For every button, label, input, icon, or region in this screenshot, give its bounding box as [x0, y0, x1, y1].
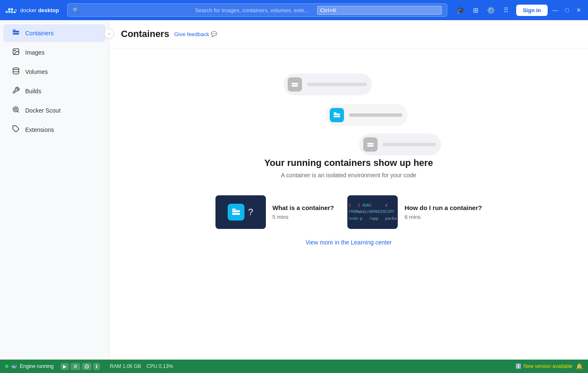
maximize-button[interactable]: □	[563, 7, 571, 13]
new-version-notice[interactable]: ℹ️ New version available	[515, 363, 572, 369]
svg-rect-24	[232, 209, 236, 210]
svg-rect-20	[368, 143, 374, 144]
ram-stat: RAM 1.06 GB CPU 0.13%	[110, 363, 173, 369]
images-icon	[12, 48, 20, 57]
sidebar-item-volumes[interactable]: Volumes	[3, 63, 105, 81]
sidebar-label-containers: Containers	[25, 30, 54, 37]
sidebar-item-builds[interactable]: Builds	[3, 82, 105, 100]
new-version-label: New version available	[523, 363, 572, 369]
close-button[interactable]: ✕	[575, 7, 583, 13]
sidebar: Containers Images Volumes Builds	[0, 20, 109, 360]
search-shortcut: Ctrl+K	[317, 6, 442, 15]
info-icon: ℹ️	[515, 363, 522, 369]
card-how-run-container[interactable]: 1 FROM node 2 RUN mkdir -p 3 WORKDIR /ap…	[347, 195, 482, 229]
card-thumb-1: ?	[215, 195, 266, 229]
sidebar-item-docker-scout[interactable]: Docker Scout	[3, 102, 105, 119]
docker-scout-icon	[12, 106, 20, 115]
svg-rect-2	[8, 8, 10, 11]
content-header: Containers Give feedback 💬	[109, 20, 588, 48]
engine-stop-button[interactable]: ⏻	[82, 363, 92, 370]
engine-label: Engine running	[20, 363, 54, 369]
docker-icon-status: 🐳	[11, 363, 17, 369]
svg-rect-4	[11, 8, 13, 11]
sign-in-button[interactable]: Sign in	[516, 5, 548, 16]
ram-label: RAM 1.06 GB	[110, 363, 141, 369]
learning-center-link[interactable]: View more in the Learning center	[305, 239, 391, 246]
feedback-icon: 💬	[211, 31, 217, 37]
card-title-1: What is a container?	[273, 204, 334, 211]
statusbar-right: ℹ️ New version available 🔔	[515, 363, 583, 370]
window-controls: — □ ✕	[551, 7, 583, 13]
sidebar-label-extensions: Extensions	[25, 126, 54, 133]
sidebar-collapse-button[interactable]: ‹	[104, 29, 114, 39]
main-content: Containers Give feedback 💬	[109, 20, 588, 360]
engine-play-button[interactable]: ▶	[60, 363, 69, 370]
extensions-icon[interactable]: ⊞	[471, 6, 481, 14]
app-body: Containers Images Volumes Builds	[0, 20, 588, 360]
engine-info-button[interactable]: ℹ	[93, 363, 100, 370]
containers-icon	[12, 29, 20, 38]
statusbar: 🐳 Engine running ▶ ⏸ ⏻ ℹ RAM 1.06 GB CPU…	[0, 360, 588, 373]
container-illustration	[252, 65, 445, 149]
card-duration-2: 6 mins	[404, 214, 482, 220]
svg-rect-16	[292, 85, 298, 87]
svg-point-10	[14, 50, 15, 51]
svg-rect-22	[232, 210, 240, 212]
page-title: Containers	[121, 29, 169, 39]
engine-pause-button[interactable]: ⏸	[71, 363, 80, 370]
code-kw1: FROM node	[349, 210, 358, 220]
svg-rect-15	[292, 83, 298, 84]
card-info-2: How do I run a container? 6 mins	[404, 204, 482, 220]
engine-controls: ▶ ⏸ ⏻ ℹ	[60, 363, 100, 370]
sidebar-item-extensions[interactable]: Extensions	[3, 121, 105, 139]
svg-rect-7	[13, 33, 19, 35]
feedback-label: Give feedback	[174, 31, 209, 37]
extensions-icon	[12, 125, 20, 134]
grid-icon[interactable]: ⠿	[501, 6, 511, 14]
sidebar-item-containers[interactable]: Containers	[3, 24, 105, 42]
sidebar-label-volumes: Volumes	[25, 68, 48, 75]
minimize-button[interactable]: —	[551, 7, 559, 13]
learn-icon[interactable]: 🎓	[456, 6, 466, 14]
svg-rect-8	[13, 29, 16, 30]
svg-rect-23	[232, 213, 240, 215]
builds-icon	[12, 87, 20, 96]
search-placeholder: Search for images, containers, volumes, …	[195, 7, 314, 13]
svg-point-13	[15, 108, 17, 110]
search-bar[interactable]: 🔍 Search for images, containers, volumes…	[67, 3, 447, 17]
engine-status-dot	[5, 365, 8, 368]
svg-rect-17	[334, 113, 340, 115]
sidebar-label-docker-scout: Docker Scout	[25, 107, 60, 114]
cpu-label: CPU 0.13%	[147, 363, 173, 369]
svg-point-12	[13, 107, 18, 112]
notification-bell-icon[interactable]: 🔔	[576, 363, 583, 370]
svg-rect-18	[334, 116, 340, 118]
card-title-2: How do I run a container?	[404, 204, 482, 211]
sidebar-item-images[interactable]: Images	[3, 44, 105, 61]
settings-icon[interactable]: ⚙️	[486, 6, 496, 14]
sidebar-label-images: Images	[25, 49, 45, 56]
card-thumb-2: 1 FROM node 2 RUN mkdir -p 3 WORKDIR /ap…	[347, 195, 398, 229]
empty-title: Your running containers show up here	[264, 158, 433, 168]
app-logo: docker desktop	[5, 4, 59, 16]
engine-status: 🐳 Engine running	[5, 363, 54, 369]
svg-rect-6	[13, 31, 19, 32]
card-what-is-container[interactable]: ? What is a container? 5 mins	[215, 195, 334, 229]
empty-state: Your running containers show up here A c…	[109, 48, 588, 360]
learn-cards: ? What is a container? 5 mins 1 FROM nod	[215, 195, 482, 229]
search-icon: 🔍	[73, 7, 192, 13]
titlebar: docker desktop 🔍 Search for images, cont…	[0, 0, 588, 20]
titlebar-actions: 🎓 ⊞ ⚙️ ⠿ Sign in	[456, 5, 548, 16]
empty-subtitle: A container is an isolated environment f…	[281, 172, 416, 179]
svg-rect-19	[334, 112, 337, 113]
svg-point-11	[13, 68, 19, 70]
app-name: docker desktop	[20, 7, 59, 13]
svg-rect-21	[368, 145, 374, 147]
card-info-1: What is a container? 5 mins	[273, 204, 334, 220]
volumes-icon	[12, 67, 20, 76]
sidebar-label-builds: Builds	[25, 88, 41, 95]
card-duration-1: 5 mins	[273, 214, 334, 220]
feedback-link[interactable]: Give feedback 💬	[174, 31, 217, 37]
